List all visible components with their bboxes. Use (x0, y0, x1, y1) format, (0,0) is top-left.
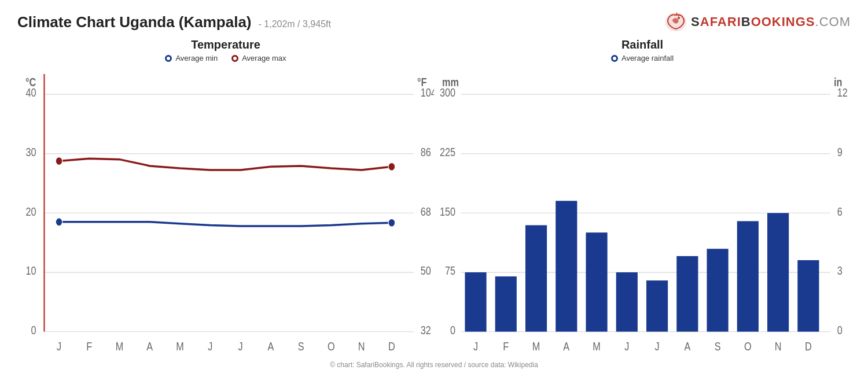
svg-text:20: 20 (25, 205, 36, 218)
svg-text:in: in (834, 76, 842, 89)
bar-jul (646, 280, 668, 332)
svg-text:M: M (593, 341, 601, 353)
svg-text:75: 75 (445, 265, 455, 278)
svg-point-33 (388, 219, 395, 227)
title-group: Climate Chart Uganda (Kampala) - 1,202m … (17, 13, 331, 31)
safari-logo-icon (664, 12, 687, 32)
svg-text:J: J (238, 341, 242, 353)
bar-oct (737, 221, 759, 331)
svg-text:A: A (684, 341, 690, 353)
svg-point-1 (678, 17, 680, 19)
bar-nov (767, 213, 789, 331)
svg-text:M: M (532, 341, 540, 353)
svg-text:°C: °C (25, 76, 36, 89)
svg-text:mm: mm (442, 76, 459, 89)
bar-feb (495, 276, 517, 332)
rain-dot (611, 55, 618, 62)
svg-text:30: 30 (25, 146, 36, 159)
svg-text:M: M (176, 341, 184, 353)
bar-apr (556, 201, 577, 331)
temp-legend-max: Average max (231, 54, 286, 62)
svg-text:3: 3 (837, 265, 843, 278)
rain-legend-item: Average rainfall (611, 54, 674, 62)
svg-text:D: D (388, 341, 395, 353)
svg-text:F: F (86, 341, 92, 353)
svg-text:A: A (563, 341, 569, 353)
min-dot (165, 55, 172, 62)
bar-aug (676, 256, 698, 332)
svg-text:J: J (624, 341, 629, 353)
svg-text:N: N (775, 341, 782, 353)
bar-jan (465, 272, 486, 332)
bar-dec (797, 260, 819, 332)
temp-legend: Average min Average max (17, 54, 434, 62)
svg-text:0: 0 (837, 324, 843, 337)
svg-text:0: 0 (31, 324, 36, 337)
svg-text:0: 0 (450, 324, 455, 337)
svg-text:A: A (146, 341, 153, 353)
svg-text:68: 68 (421, 205, 431, 218)
svg-text:9: 9 (837, 146, 843, 159)
svg-text:N: N (358, 341, 365, 353)
svg-text:D: D (805, 341, 812, 353)
logo: SAFARIBOOKINGS.COM (664, 12, 851, 32)
svg-text:J: J (654, 341, 659, 353)
svg-text:M: M (116, 341, 124, 353)
rain-svg: 300 225 150 75 0 mm 12 9 6 3 0 in (434, 66, 851, 358)
svg-text:225: 225 (440, 146, 455, 159)
temp-legend-max-label: Average max (242, 54, 286, 62)
svg-text:32: 32 (421, 324, 431, 337)
logo-text: SAFARIBOOKINGS.COM (691, 14, 851, 29)
svg-point-35 (388, 162, 395, 171)
charts-row: Temperature Average min Average max 40 3… (17, 38, 851, 358)
svg-text:10: 10 (25, 265, 36, 278)
bar-mar (525, 225, 547, 331)
svg-point-34 (56, 157, 62, 165)
svg-point-32 (56, 218, 62, 226)
svg-text:J: J (208, 341, 212, 353)
rain-legend-label: Average rainfall (621, 54, 674, 62)
svg-text:86: 86 (421, 146, 431, 159)
temperature-chart: Temperature Average min Average max 40 3… (17, 38, 434, 358)
temp-legend-min: Average min (165, 54, 218, 62)
bar-jun (616, 272, 638, 332)
page-title: Climate Chart Uganda (Kampala) (17, 13, 252, 31)
page-subtitle: - 1,202m / 3,945ft (259, 19, 331, 29)
svg-text:J: J (57, 341, 61, 353)
temp-chart-title: Temperature (17, 38, 434, 51)
footer-note: © chart: SafariBookings. All rights rese… (17, 361, 851, 371)
svg-text:S: S (715, 341, 721, 353)
header: Climate Chart Uganda (Kampala) - 1,202m … (17, 12, 851, 32)
temp-svg: 40 30 20 10 0 °C 104 86 68 50 32 °F (17, 66, 434, 358)
rain-legend: Average rainfall (434, 54, 851, 62)
bar-may (586, 232, 607, 331)
svg-text:50: 50 (421, 265, 431, 278)
svg-text:A: A (267, 341, 274, 353)
svg-text:J: J (473, 341, 478, 353)
rain-chart-title: Rainfall (434, 38, 851, 51)
svg-text:S: S (298, 341, 304, 353)
max-dot (231, 55, 238, 62)
svg-text:°F: °F (417, 76, 426, 89)
svg-text:6: 6 (837, 205, 843, 218)
rainfall-chart: Rainfall Average rainfall 300 225 150 75… (434, 38, 851, 358)
svg-text:O: O (744, 341, 752, 353)
bar-sep (707, 249, 728, 331)
svg-text:150: 150 (440, 205, 455, 218)
svg-text:O: O (328, 341, 335, 353)
temp-legend-min-label: Average min (175, 54, 218, 62)
svg-text:F: F (503, 341, 509, 353)
